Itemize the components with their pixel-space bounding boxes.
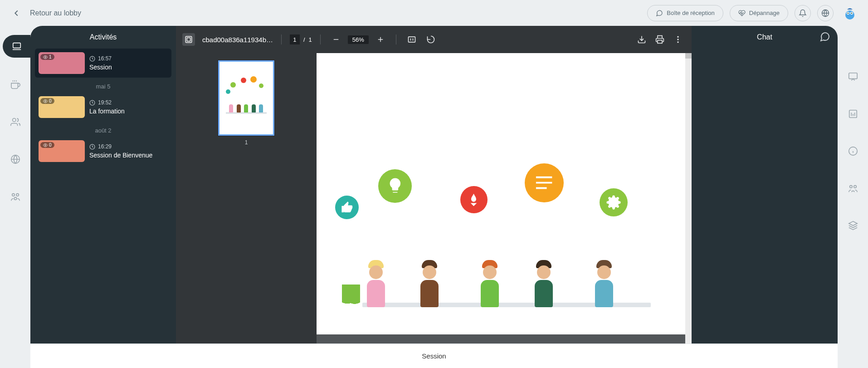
- rail-item-layers[interactable]: [843, 216, 863, 236]
- globe-icon: [10, 154, 20, 164]
- support-label: Dépannage: [749, 10, 780, 16]
- zoom-in-button[interactable]: [373, 32, 388, 47]
- rail-item-break[interactable]: [5, 75, 25, 95]
- separator: [396, 34, 396, 44]
- rail-item-web[interactable]: [5, 149, 25, 169]
- activity-title: Session de Bienvenue: [89, 152, 152, 159]
- activity-thumbnail: 0: [39, 140, 85, 162]
- back-arrow[interactable]: [11, 8, 22, 19]
- views-badge: 0: [40, 142, 54, 148]
- svg-point-11: [16, 194, 19, 196]
- activity-item[interactable]: 1 16:57 Session: [35, 49, 171, 78]
- rail-item-groups[interactable]: [5, 186, 25, 206]
- views-badge: 1: [40, 54, 54, 60]
- layers-icon: [848, 221, 858, 231]
- separator: [320, 34, 321, 44]
- group-icon: [10, 191, 20, 201]
- document-page: [317, 53, 685, 334]
- page-sep: /: [303, 36, 305, 43]
- page-illustration: [321, 135, 678, 325]
- bell-icon: [799, 9, 807, 17]
- left-rail: [0, 26, 30, 368]
- laptop-icon: [12, 41, 22, 51]
- presentation-icon: [848, 72, 858, 82]
- svg-point-6: [851, 12, 853, 14]
- svg-rect-22: [658, 40, 662, 44]
- thumb-page-number: 1: [245, 139, 248, 146]
- svg-point-15: [45, 100, 46, 102]
- document-viewer: cbad00a836a11934b… / 1 56%: [176, 26, 692, 368]
- clock-icon: [89, 56, 95, 62]
- activity-time: 19:52: [98, 99, 112, 106]
- svg-point-5: [848, 12, 849, 14]
- svg-point-12: [14, 197, 17, 200]
- svg-rect-21: [408, 37, 415, 42]
- views-count: 1: [49, 54, 52, 59]
- svg-point-24: [677, 39, 678, 40]
- chat-panel: Chat: [692, 26, 838, 368]
- rail-item-poll[interactable]: [843, 104, 863, 124]
- activity-item[interactable]: 0 19:52 La formation: [35, 93, 171, 122]
- rail-item-activities[interactable]: [3, 35, 30, 58]
- svg-point-32: [853, 186, 856, 188]
- lobby-label[interactable]: Retour au lobby: [30, 9, 81, 17]
- views-count: 0: [49, 142, 52, 147]
- svg-rect-20: [187, 38, 190, 41]
- activity-thumbnail: 0: [39, 96, 85, 118]
- fit-page-button[interactable]: [405, 32, 419, 47]
- heart-pulse-icon: [738, 10, 746, 17]
- views-count: 0: [49, 98, 52, 103]
- activities-header: Activités: [30, 26, 176, 49]
- rail-item-present[interactable]: [843, 67, 863, 87]
- svg-point-8: [12, 118, 15, 122]
- page-canvas[interactable]: [317, 53, 692, 368]
- date-separator: mai 5: [35, 78, 171, 93]
- rotate-button[interactable]: [424, 32, 438, 47]
- people-icon: [848, 183, 858, 193]
- chat-icon: [656, 10, 663, 17]
- svg-point-25: [677, 41, 678, 43]
- activity-title: Session: [89, 64, 112, 71]
- doc-app-icon: [182, 33, 195, 46]
- inbox-label: Boîte de réception: [667, 10, 715, 16]
- clock-icon: [89, 100, 95, 106]
- page-total: 1: [309, 36, 312, 43]
- page-thumbnail[interactable]: [218, 60, 274, 136]
- svg-rect-19: [185, 36, 192, 43]
- page-current-input[interactable]: [290, 34, 300, 44]
- info-icon: [848, 146, 858, 156]
- chat-messages[interactable]: [692, 49, 838, 348]
- rail-item-participants[interactable]: [5, 112, 25, 132]
- rail-item-info[interactable]: [843, 141, 863, 161]
- zoom-out-button[interactable]: [329, 32, 343, 47]
- svg-rect-7: [13, 43, 20, 48]
- separator: [281, 34, 282, 44]
- activity-time: 16:29: [98, 143, 112, 150]
- users-icon: [10, 117, 20, 127]
- svg-point-2: [845, 10, 854, 20]
- right-rail: [838, 26, 868, 368]
- thumbnail-strip: 1: [176, 53, 317, 368]
- rail-item-people[interactable]: [843, 178, 863, 198]
- print-button[interactable]: [653, 32, 667, 47]
- language-button[interactable]: [817, 5, 834, 21]
- svg-point-17: [45, 144, 46, 146]
- svg-point-31: [849, 186, 852, 188]
- clock-icon: [89, 144, 95, 150]
- chat-expand-icon[interactable]: [819, 31, 830, 42]
- support-button[interactable]: Dépannage: [730, 5, 788, 21]
- eye-icon: [43, 99, 48, 103]
- doc-toolbar: cbad00a836a11934b… / 1 56%: [176, 26, 692, 53]
- notifications-button[interactable]: [795, 5, 811, 21]
- svg-rect-28: [848, 73, 857, 79]
- user-avatar[interactable]: [843, 6, 857, 20]
- svg-point-13: [45, 56, 46, 58]
- vertical-scrollbar[interactable]: [685, 53, 692, 368]
- more-menu-button[interactable]: [671, 32, 685, 47]
- download-button[interactable]: [634, 32, 649, 47]
- activity-item[interactable]: 0 16:29 Session de Bienvenue: [35, 137, 171, 166]
- activities-panel: Activités 1: [30, 26, 176, 368]
- zoom-value[interactable]: 56%: [348, 35, 369, 44]
- inbox-button[interactable]: Boîte de réception: [647, 5, 723, 21]
- globe-icon: [821, 9, 829, 17]
